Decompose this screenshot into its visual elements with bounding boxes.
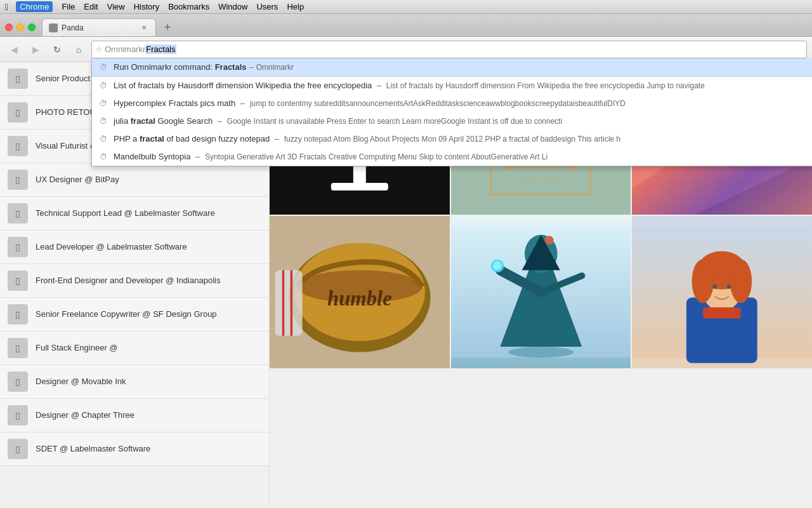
humble-svg: humble: [270, 216, 450, 368]
sidebar-icon-4: ▯: [8, 203, 28, 224]
address-bar[interactable]: ☆ Omnimarkr Fractals: [91, 41, 807, 58]
sidebar-item-4[interactable]: ▯ Technical Support Lead @ Labelmaster S…: [0, 197, 269, 231]
autocomplete-item-5[interactable]: ⏱ Mandelbulb Syntopia – Syntopia Generat…: [92, 148, 812, 166]
autocomplete-sep-3: –: [215, 116, 224, 126]
address-prefix: Omnimarkr: [105, 44, 145, 54]
menu-bookmarks[interactable]: Bookmarks: [168, 2, 209, 11]
autocomplete-desc-1: List of fractals by Hausdorff dimension …: [386, 81, 705, 90]
reload-button[interactable]: ↻: [48, 41, 66, 58]
menu-window[interactable]: Window: [218, 2, 247, 11]
autocomplete-sep-4: –: [272, 134, 281, 144]
sidebar-icon-5: ▯: [8, 237, 28, 257]
tab-title: Panda: [62, 23, 136, 32]
autocomplete-desc-5: Syntopia Generative Art 3D Fractals Crea…: [205, 152, 547, 161]
menu-help[interactable]: Help: [287, 2, 304, 11]
autocomplete-item-0[interactable]: ⏱ Run Omnimarkr command: Fractals – Omni…: [92, 58, 812, 77]
grid-cell-5[interactable]: [632, 216, 812, 368]
back-button[interactable]: ◀: [5, 41, 23, 58]
autocomplete-item-4[interactable]: ⏱ PHP a fractal of bad design fuzzy note…: [92, 130, 812, 148]
tab-panda[interactable]: Panda ✕: [42, 18, 156, 36]
wizard-svg: [451, 216, 631, 368]
autocomplete-item-1[interactable]: ⏱ List of fractals by Hausdorff dimensio…: [92, 77, 812, 95]
sidebar-label-10: Designer @ Chapter Three: [36, 410, 134, 421]
grid-cell-4[interactable]: [451, 216, 631, 368]
autocomplete-desc-3: Google Instant is unavailable Press Ente…: [227, 117, 563, 126]
autocomplete-main-5: Mandelbulb Syntopia: [114, 152, 190, 161]
address-star-icon: ☆: [96, 45, 102, 53]
sidebar-item-3[interactable]: ▯ UX Designer @ BitPay: [0, 163, 269, 197]
sidebar-label-5: Lead Developer @ Labelmaster Software: [36, 241, 187, 253]
menu-users[interactable]: Users: [256, 2, 278, 11]
svg-point-32: [508, 347, 573, 358]
person-svg: [632, 216, 812, 368]
address-query: Fractals: [145, 44, 176, 54]
menu-edit[interactable]: Edit: [84, 2, 98, 11]
autocomplete-sep-5: –: [193, 152, 202, 161]
svg-point-37: [692, 259, 714, 303]
svg-rect-19: [275, 271, 303, 336]
sidebar-icon-0: ▯: [8, 69, 28, 89]
autocomplete-desc-4: fuzzy notepad Atom Blog About Projects M…: [284, 135, 621, 144]
autocomplete-history-icon-0: ⏱: [98, 62, 108, 72]
sidebar-item-10[interactable]: ▯ Designer @ Chapter Three: [0, 399, 269, 432]
home-icon: ⌂: [76, 44, 81, 55]
svg-rect-5: [331, 183, 388, 190]
svg-text:humble: humble: [327, 287, 392, 310]
apple-menu[interactable]: : [5, 2, 8, 12]
sidebar-icon-7: ▯: [8, 304, 28, 324]
tab-bar: Panda ✕ +: [0, 14, 812, 37]
sidebar-label-11: SDET @ Labelmaster Software: [36, 443, 150, 455]
autocomplete-item-2[interactable]: ⏱ Hypercomplex Fractals pics math – jump…: [92, 95, 812, 112]
sidebar-label-9: Designer @ Movable Ink: [36, 376, 126, 387]
sidebar-icon-2: ▯: [8, 136, 28, 156]
autocomplete-history-icon-5: ⏱: [98, 152, 108, 162]
autocomplete-sep-0: –: [249, 62, 254, 72]
sidebar-item-7[interactable]: ▯ Senior Freelance Copywriter @ SF Desig…: [0, 298, 269, 331]
svg-point-30: [493, 262, 502, 271]
new-tab-button[interactable]: +: [159, 18, 176, 36]
sidebar-label-8: Full Stack Engineer @: [36, 342, 118, 354]
autocomplete-main-2: Hypercomplex Fractals pics math: [114, 98, 235, 108]
sidebar-icon-8: ▯: [8, 338, 28, 358]
autocomplete-sep-1: –: [374, 81, 383, 90]
chrome-window: Panda ✕ + ◀ ▶ ↻ ⌂ ☆ Omnimarkr Fractals: [0, 14, 812, 508]
menu-chrome[interactable]: Chrome: [16, 1, 53, 12]
menu-bar:  Chrome File Edit View History Bookmark…: [0, 0, 812, 14]
sidebar-item-9[interactable]: ▯ Designer @ Movable Ink: [0, 365, 269, 399]
svg-point-40: [727, 284, 731, 289]
sidebar-label-3: UX Designer @ BitPay: [36, 174, 119, 185]
reload-icon: ↻: [53, 44, 61, 55]
menu-history[interactable]: History: [134, 2, 159, 11]
back-icon: ◀: [11, 44, 18, 55]
sidebar-icon-10: ▯: [8, 405, 28, 425]
autocomplete-history-icon-2: ⏱: [98, 98, 108, 109]
sidebar-item-11[interactable]: ▯ SDET @ Labelmaster Software: [0, 432, 269, 466]
autocomplete-main-0: Run Omnimarkr command: Fractals: [114, 62, 247, 72]
autocomplete-history-icon-4: ⏱: [98, 134, 108, 144]
autocomplete-item-3[interactable]: ⏱ julia fractal Google Search – Google I…: [92, 112, 812, 130]
sidebar-item-6[interactable]: ▯ Front-End Designer and Developer @ Ind…: [0, 264, 269, 298]
sidebar-item-8[interactable]: ▯ Full Stack Engineer @: [0, 331, 269, 365]
nav-bar: ◀ ▶ ↻ ⌂ ☆ Omnimarkr Fractals ⏱ Run Omnim…: [0, 37, 812, 62]
home-button[interactable]: ⌂: [70, 41, 88, 58]
sidebar-icon-6: ▯: [8, 271, 28, 291]
tab-close-button[interactable]: ✕: [139, 23, 149, 33]
sidebar-icon-11: ▯: [8, 439, 28, 459]
menu-view[interactable]: View: [107, 2, 125, 11]
forward-button[interactable]: ▶: [27, 41, 44, 58]
maximize-button[interactable]: [28, 23, 36, 31]
close-button[interactable]: [5, 23, 13, 31]
sidebar-icon-3: ▯: [8, 170, 28, 190]
sidebar-icon-9: ▯: [8, 371, 28, 392]
autocomplete-sep-2: –: [238, 98, 247, 108]
grid-cell-3[interactable]: humble: [270, 216, 450, 368]
sidebar-icon-1: ▯: [8, 102, 28, 123]
minimize-button[interactable]: [16, 23, 24, 31]
sidebar-label-7: Senior Freelance Copywriter @ SF Design …: [36, 309, 217, 320]
svg-point-38: [730, 259, 752, 303]
menu-file[interactable]: File: [62, 2, 75, 11]
forward-icon: ▶: [32, 44, 39, 55]
westendorff-name: WESTENDORFF: [516, 178, 565, 182]
address-bar-container: ☆ Omnimarkr Fractals ⏱ Run Omnimarkr com…: [91, 41, 807, 58]
sidebar-item-5[interactable]: ▯ Lead Developer @ Labelmaster Software: [0, 231, 269, 264]
